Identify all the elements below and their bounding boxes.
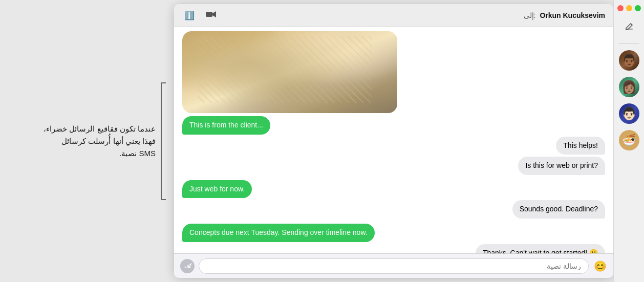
- traffic-lights: [617, 5, 641, 11]
- messages-window: ℹ️ Orkun Kucuksevim :إلى This is from: [174, 4, 613, 278]
- traffic-light-red[interactable]: [617, 5, 624, 11]
- sidebar: 👨🏾 👩🏽 👨🏻 🍜: [613, 0, 644, 282]
- info-icon: ℹ️: [184, 11, 195, 20]
- emoji-button[interactable]: 😊: [593, 259, 607, 273]
- avatar-2[interactable]: 👩🏽: [619, 77, 639, 97]
- bubble-incoming-2: Just web for now.: [182, 180, 252, 199]
- divider: [619, 43, 639, 44]
- bubble-outgoing-3: Sounds good. Deadline?: [512, 200, 605, 219]
- recipient-name: Orkun Kucuksevim: [540, 11, 605, 19]
- video-button[interactable]: [204, 8, 218, 23]
- annotation-area: عندما تكون فقاقيع الرسائل خضراء، فهذا يع…: [0, 0, 174, 282]
- annotation-wrapper: عندما تكون فقاقيع الرسائل خضراء، فهذا يع…: [43, 123, 161, 160]
- header-left: ℹ️: [182, 8, 218, 23]
- message-row: Concepts due next Tuesday. Sending over …: [182, 224, 605, 242]
- image-bubble: [182, 31, 397, 113]
- emoji-icon: 😊: [594, 260, 607, 272]
- bubble-incoming-1: This is from the client...: [182, 116, 270, 135]
- annotation-bracket: [161, 82, 166, 200]
- avatar-bowl[interactable]: 🍜: [619, 130, 639, 150]
- message-row: Thanks. Can't wait to get started! 😀: [182, 244, 605, 253]
- avatar-2-face: 👩🏽: [619, 77, 639, 97]
- avatar-1-face: 👨🏾: [619, 50, 639, 71]
- traffic-light-green[interactable]: [635, 5, 641, 11]
- bubble-outgoing-1: This helps!: [556, 137, 605, 155]
- app-store-icon: 𝒜: [185, 262, 190, 270]
- annotation-text: عندما تكون فقاقيع الرسائل خضراء، فهذا يع…: [43, 123, 156, 160]
- header: ℹ️ Orkun Kucuksevim :إلى: [174, 4, 613, 27]
- to-label: :إلى: [524, 11, 536, 19]
- message-row: This helps!: [182, 137, 605, 155]
- bowl-emoji: 🍜: [622, 134, 636, 147]
- avatar-3-face: 👨🏻: [619, 103, 639, 124]
- app-store-button[interactable]: 𝒜: [180, 259, 195, 273]
- messages-body[interactable]: This is from the client... This helps! I…: [174, 27, 613, 253]
- sidebar-top: [617, 5, 641, 36]
- message-row: This is from the client...: [182, 116, 605, 135]
- traffic-light-yellow[interactable]: [626, 5, 632, 11]
- message-input[interactable]: [199, 258, 589, 274]
- input-bar: 𝒜 😊: [174, 253, 613, 278]
- video-icon: [206, 11, 216, 20]
- compose-button[interactable]: [620, 17, 638, 36]
- message-row: Is this for web or print?: [182, 157, 605, 175]
- avatar-1[interactable]: 👨🏾: [619, 50, 639, 71]
- bubble-outgoing-4: Thanks. Can't wait to get started! 😀: [476, 244, 605, 253]
- image-message: [182, 27, 605, 113]
- bubble-outgoing-2: Is this for web or print?: [518, 157, 605, 175]
- compose-icon: [624, 21, 634, 32]
- avatar-3[interactable]: 👨🏻: [619, 103, 639, 124]
- svg-rect-0: [206, 12, 212, 17]
- bubble-incoming-3: Concepts due next Tuesday. Sending over …: [182, 224, 375, 242]
- message-row: Sounds good. Deadline?: [182, 200, 605, 219]
- message-row: Just web for now.: [182, 180, 605, 199]
- header-right: Orkun Kucuksevim :إلى: [524, 11, 606, 19]
- info-button[interactable]: ℹ️: [182, 8, 197, 23]
